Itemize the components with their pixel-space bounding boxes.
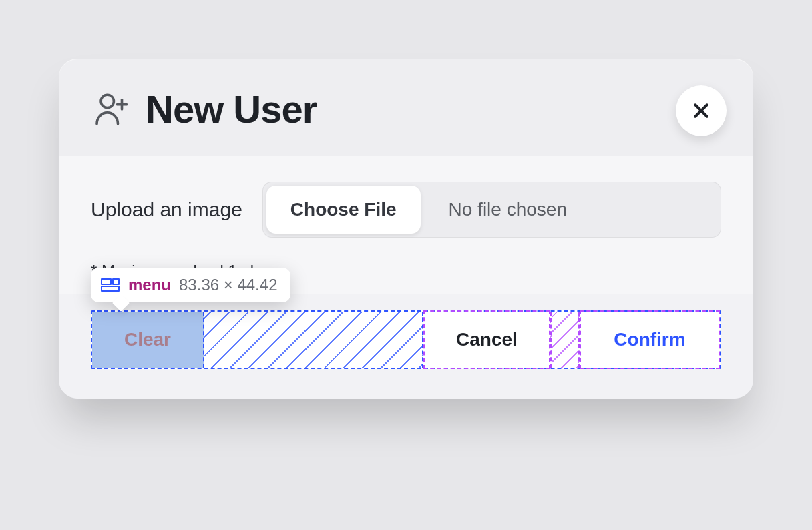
svg-rect-5: [102, 279, 111, 284]
devtools-element-tag: menu: [128, 276, 171, 294]
gap-spacer: [550, 312, 580, 368]
close-icon: [691, 101, 711, 121]
dialog-header: New User: [59, 59, 753, 156]
upload-label: Upload an image: [91, 198, 242, 221]
cancel-button[interactable]: Cancel: [423, 310, 550, 369]
svg-rect-7: [102, 286, 119, 291]
svg-point-0: [101, 95, 114, 107]
dialog-title: New User: [146, 87, 317, 131]
flex-icon: [100, 278, 120, 292]
new-user-dialog: New User Upload an image Choose File No …: [59, 59, 753, 399]
clear-button[interactable]: Clear: [92, 312, 204, 368]
confirm-button[interactable]: Confirm: [580, 310, 720, 369]
close-button[interactable]: [676, 85, 727, 136]
add-user-icon: [91, 88, 134, 131]
footer-menu-bar: Clear Cancel Confirm: [91, 310, 721, 369]
flex-spacer: [204, 312, 423, 368]
devtools-dimensions: 83.36 × 44.42: [179, 276, 277, 294]
choose-file-button[interactable]: Choose File: [266, 186, 421, 234]
svg-rect-6: [113, 279, 119, 284]
devtools-tooltip: menu 83.36 × 44.42: [91, 268, 290, 302]
upload-row: Upload an image Choose File No file chos…: [91, 182, 721, 238]
file-input-group: Choose File No file chosen: [262, 182, 721, 238]
dialog-footer: menu 83.36 × 44.42 Clear Cancel Confirm: [59, 294, 753, 399]
file-status-text: No file chosen: [425, 182, 721, 238]
